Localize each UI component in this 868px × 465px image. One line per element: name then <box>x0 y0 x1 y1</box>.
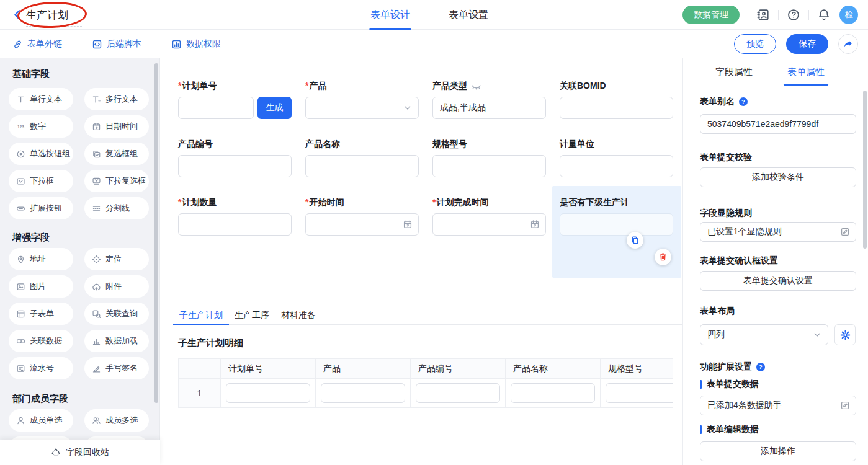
title-dashed-underline <box>26 26 82 27</box>
field-recycle-bin[interactable]: 字段回收站 <box>0 440 160 465</box>
field-plan-finish-time[interactable]: 计划完成时间 <box>432 196 546 269</box>
field-plan-quantity[interactable]: 计划数量 <box>178 196 292 269</box>
form-canvas: 计划单号 生成 产品 产品类型 成品,半成品 关联BOMID <box>160 58 682 465</box>
copy-field-button[interactable] <box>627 232 643 249</box>
palette-item-multi-line-text[interactable]: 多行文本 <box>84 88 149 110</box>
palette-item-multiselect[interactable]: 下拉复选框 <box>84 170 149 192</box>
bom-id-input[interactable] <box>560 97 673 119</box>
edit-icon[interactable] <box>840 401 850 410</box>
start-time-input[interactable] <box>305 213 419 236</box>
product-code-input[interactable] <box>178 155 292 177</box>
palette-item-data-load[interactable]: 数据加载 <box>84 330 149 352</box>
edit-data-text: 表单编辑数据 <box>707 424 759 435</box>
panel-scrollbar[interactable] <box>863 91 867 249</box>
submit-confirm-button[interactable]: 表单提交确认设置 <box>700 271 856 291</box>
product-type-input[interactable]: 成品,半成品 <box>432 97 546 119</box>
add-action-button[interactable]: 添加操作 <box>700 441 856 461</box>
form-alias-input[interactable] <box>700 114 856 134</box>
chip-label: 关联数据 <box>30 335 62 347</box>
help-circle-icon[interactable] <box>787 8 800 22</box>
palette-item-linked-data[interactable]: 关联数据 <box>9 330 73 352</box>
field-has-sub-plan-selected[interactable]: 是否有下级生产计. <box>560 196 673 269</box>
tab-field-properties[interactable]: 字段属性 <box>715 58 753 86</box>
tab-form-design[interactable]: 表单设计 <box>370 0 410 30</box>
tab-form-properties[interactable]: 表单属性 <box>787 58 825 86</box>
generate-button[interactable]: 生成 <box>257 97 292 119</box>
subtab-sub-production-plan[interactable]: 子生产计划 <box>178 306 224 325</box>
preview-button[interactable]: 预览 <box>734 34 776 54</box>
help-circle-icon[interactable]: ? <box>738 97 748 107</box>
palette-item-datetime[interactable]: 日期时间 <box>84 115 149 138</box>
spec-model-input[interactable] <box>432 155 546 177</box>
field-unit[interactable]: 计量单位 <box>560 138 673 177</box>
sidebar-scrollbar[interactable] <box>154 63 158 403</box>
plan-finish-time-input[interactable] <box>432 213 546 236</box>
divider-lines-icon <box>92 204 101 213</box>
cell-plan-number-input[interactable] <box>226 383 310 403</box>
plan-number-input[interactable] <box>178 97 254 119</box>
product-select[interactable] <box>305 97 419 119</box>
field-spec-model[interactable]: 规格型号 <box>432 138 546 177</box>
has-sub-plan-input[interactable] <box>560 213 673 236</box>
data-manage-button[interactable]: 数据管理 <box>682 6 740 24</box>
field-product[interactable]: 产品 <box>305 79 419 119</box>
delete-field-button[interactable] <box>655 249 671 265</box>
back-icon[interactable] <box>11 9 24 21</box>
palette-item-radio-group[interactable]: 单选按钮组 <box>9 143 73 165</box>
add-check-condition-button[interactable]: 添加校验条件 <box>700 167 856 187</box>
field-product-type[interactable]: 产品类型 成品,半成品 <box>432 79 546 119</box>
visibility-rules-box[interactable]: 已设置1个显隐规则 <box>700 222 856 242</box>
contacts-book-icon[interactable] <box>756 8 770 22</box>
palette-item-address[interactable]: 地址 <box>9 248 73 270</box>
cell-product-code-input[interactable] <box>416 383 500 403</box>
chip-label: 手写签名 <box>105 363 138 374</box>
share-button[interactable] <box>838 34 858 54</box>
subtab-production-process[interactable]: 生产工序 <box>233 306 271 325</box>
layout-settings-button[interactable] <box>834 324 856 345</box>
submit-data-text: 表单提交数据 <box>707 379 759 390</box>
palette-item-extend-button[interactable]: 扩展按钮 <box>9 197 73 219</box>
cell-product-input[interactable] <box>321 383 405 403</box>
plan-quantity-input[interactable] <box>178 213 292 236</box>
palette-item-linked-query[interactable]: 关联查询 <box>84 303 149 325</box>
palette-item-select[interactable]: 下拉框 <box>9 170 73 192</box>
field-bom-id[interactable]: 关联BOMID <box>560 79 673 119</box>
save-button[interactable]: 保存 <box>786 34 828 54</box>
submit-data-box[interactable]: 已添加4条数据助手 <box>700 396 856 415</box>
palette-item-member-single[interactable]: 成员单选 <box>9 409 73 432</box>
palette-item-image[interactable]: 图片 <box>9 275 73 298</box>
form-external-link[interactable]: 表单外链 <box>12 38 62 50</box>
avatar[interactable]: 检 <box>839 6 858 24</box>
edit-icon[interactable] <box>840 227 850 237</box>
field-plan-number[interactable]: 计划单号 生成 <box>178 79 292 119</box>
palette-item-subform[interactable]: 子表单 <box>9 303 73 325</box>
palette-item-serial-number[interactable]: 流水号 <box>9 357 73 379</box>
product-name-input[interactable] <box>305 155 419 177</box>
field-label: 是否有下级生产计. <box>560 197 627 208</box>
field-product-name[interactable]: 产品名称 <box>305 138 419 177</box>
help-circle-icon[interactable]: ? <box>756 362 766 372</box>
linked-query-icon <box>92 309 101 319</box>
cell-spec-model-input[interactable] <box>606 383 673 403</box>
palette-item-single-line-text[interactable]: 单行文本 <box>9 88 73 110</box>
subtab-material-preparation[interactable]: 材料准备 <box>280 306 317 325</box>
field-start-time[interactable]: 开始时间 <box>305 196 419 269</box>
cell-product-name-input[interactable] <box>511 383 595 403</box>
unit-input[interactable] <box>560 155 673 177</box>
palette-item-number[interactable]: 123数字 <box>9 115 73 138</box>
palette-item-member-multi[interactable]: 成员多选 <box>84 409 149 432</box>
bell-icon[interactable] <box>817 8 831 22</box>
tab-form-settings[interactable]: 表单设置 <box>449 0 488 30</box>
form-layout-label: 表单布局 <box>700 306 856 316</box>
layout-select[interactable]: 四列 <box>700 324 828 345</box>
backend-script-link[interactable]: 后端脚本 <box>92 38 141 50</box>
data-permission-link[interactable]: 数据权限 <box>171 38 221 50</box>
palette-item-attachment[interactable]: 附件 <box>84 275 149 298</box>
palette-item-divider[interactable]: 分割线 <box>84 197 149 219</box>
divider <box>778 10 779 20</box>
field-product-code[interactable]: 产品编号 <box>178 138 292 177</box>
palette-item-checkbox-group[interactable]: 复选框组 <box>84 143 149 165</box>
toolbar-links: 表单外链 后端脚本 数据权限 <box>12 30 251 58</box>
palette-item-signature[interactable]: 手写签名 <box>84 357 149 379</box>
palette-item-location[interactable]: 定位 <box>84 248 149 270</box>
